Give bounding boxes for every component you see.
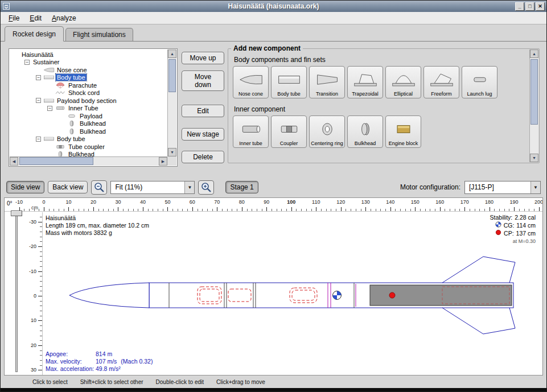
- tree-item-bulkhead[interactable]: Bulkhead: [10, 151, 167, 157]
- add-centering-ring-button[interactable]: Centering ring: [309, 115, 345, 148]
- motor-configuration-select[interactable]: [J115-P] ▼: [464, 181, 541, 194]
- tree-vertical-scrollbar[interactable]: ▲ ▼: [167, 49, 176, 156]
- add-body-tube-button[interactable]: Body tube: [271, 66, 307, 98]
- tree-item-payload-body-section[interactable]: −Payload body section: [10, 97, 167, 105]
- add-panel-scrollbar[interactable]: ▲ ▼: [529, 49, 538, 162]
- menu-edit[interactable]: Edit: [25, 13, 46, 23]
- action-edit-button[interactable]: Edit: [182, 105, 224, 117]
- ruler-label: 180: [485, 199, 493, 205]
- scrollbar-thumb[interactable]: [19, 157, 93, 165]
- add-nose-cone-button[interactable]: Nose cone: [233, 66, 269, 98]
- nose-cone-shape[interactable]: [69, 283, 149, 308]
- ruler-tick: [321, 209, 322, 211]
- scrollbar-thumb[interactable]: [168, 59, 176, 92]
- scroll-up-icon[interactable]: ▲: [530, 49, 538, 58]
- tree-item-label: Bulkhead: [79, 128, 107, 135]
- ruler-tick: [376, 209, 376, 211]
- ruler-tick: [346, 209, 346, 211]
- stage-1-toggle[interactable]: Stage 1: [225, 181, 258, 193]
- cg-symbol: [333, 291, 342, 300]
- action-move-down-button[interactable]: Move down: [182, 71, 224, 91]
- fin-lower-shape[interactable]: [442, 308, 515, 334]
- rotation-slider-thumb[interactable]: [11, 211, 22, 216]
- ruler-tick: [306, 209, 307, 211]
- component-tree-panel: Haisunäätä−SustainerNose cone−Body tubeP…: [9, 48, 178, 167]
- tree-expander-icon[interactable]: −: [36, 137, 41, 142]
- ruler-tick: [336, 209, 336, 211]
- tree-item-label: Body tube: [56, 74, 87, 81]
- rotation-slider[interactable]: [9, 211, 24, 373]
- menu-analyze[interactable]: Analyze: [47, 13, 81, 23]
- tree-item-sustainer[interactable]: −Sustainer: [10, 59, 167, 67]
- ruler-tick: [40, 311, 42, 311]
- rocket-view[interactable]: 0° -100102030405060708090100110120130140…: [4, 197, 543, 376]
- scroll-right-icon[interactable]: ▶: [159, 157, 167, 166]
- tree-item-bulkhead[interactable]: Bulkhead: [10, 127, 167, 135]
- component-button-label: Transition: [316, 92, 338, 97]
- add-coupler-button[interactable]: Coupler: [271, 115, 307, 148]
- tree-item-body-tube[interactable]: −Body tube: [10, 74, 167, 82]
- tree-item-inner-tube[interactable]: −Inner Tube: [10, 105, 167, 113]
- component-button-label: Launch lug: [467, 92, 492, 97]
- tree-horizontal-scrollbar[interactable]: ◀ ▶: [10, 156, 167, 166]
- window-menu-icon[interactable]: [2, 2, 10, 10]
- scrollbar-corner: [167, 156, 176, 166]
- ruler-tick: [420, 209, 421, 211]
- tree-expander-icon[interactable]: −: [36, 98, 41, 103]
- zoom-level-select[interactable]: Fit (11%) ▼: [110, 181, 195, 194]
- chevron-down-icon: ▼: [184, 181, 194, 193]
- ruler-label: 0: [34, 293, 36, 299]
- scroll-down-icon[interactable]: ▼: [168, 148, 176, 156]
- action-new-stage-button[interactable]: New stage: [182, 128, 224, 141]
- fin-upper-shape[interactable]: [442, 257, 515, 283]
- add-launch-lug-button[interactable]: Launch lug: [462, 66, 497, 98]
- ruler-tick: [390, 207, 391, 211]
- ruler-tick: [54, 209, 54, 211]
- menu-file[interactable]: File: [4, 13, 24, 23]
- ruler-tick: [40, 340, 42, 341]
- zoom-out-button[interactable]: [91, 180, 107, 195]
- tree-expander-icon[interactable]: −: [36, 75, 41, 80]
- tree-item-body-tube[interactable]: −Body tube: [10, 135, 167, 143]
- add-component-panel: Add new component Body components and fi…: [228, 48, 540, 163]
- tree-expander-icon[interactable]: −: [47, 106, 52, 111]
- tree-item-bulkhead[interactable]: Bulkhead: [10, 120, 167, 128]
- title-bar[interactable]: Haisunäätä (haisunaata.ork) _ □ ✕: [1, 1, 546, 12]
- scrollbar-thumb[interactable]: [530, 59, 538, 125]
- action-delete-button[interactable]: Delete: [182, 151, 224, 163]
- ruler-tick: [430, 209, 430, 211]
- tree-expander-icon[interactable]: −: [24, 60, 30, 65]
- tree-item-tube-coupler[interactable]: Tube coupler: [10, 143, 167, 151]
- maximize-button[interactable]: □: [525, 2, 534, 11]
- zoom-in-button[interactable]: [198, 180, 214, 195]
- tree-item-haisun-t[interactable]: Haisunäätä: [10, 51, 167, 59]
- action-move-up-button[interactable]: Move up: [182, 52, 224, 64]
- tree-item-shock-cord[interactable]: Shock cord: [10, 89, 167, 97]
- tab-flight-simulations[interactable]: Flight simulations: [65, 28, 133, 41]
- ruler-tick: [395, 209, 396, 211]
- scroll-up-icon[interactable]: ▲: [168, 49, 176, 58]
- add-inner-tube-button[interactable]: Inner tube: [233, 115, 269, 148]
- add-trapezoidal-button[interactable]: Trapezoidal: [347, 66, 383, 98]
- ruler-tick: [484, 209, 485, 211]
- close-button[interactable]: ✕: [536, 2, 545, 11]
- ruler-label: 50: [164, 199, 170, 205]
- add-transition-button[interactable]: Transition: [309, 66, 345, 98]
- tree-item-payload[interactable]: Payload: [10, 112, 167, 120]
- side-view-button[interactable]: Side view: [6, 181, 44, 193]
- ruler-tick: [217, 207, 217, 211]
- minimize-button[interactable]: _: [515, 2, 524, 11]
- add-elliptical-button[interactable]: Elliptical: [385, 66, 421, 98]
- scroll-left-icon[interactable]: ◀: [10, 157, 18, 166]
- back-view-button[interactable]: Back view: [48, 181, 88, 193]
- add-bulkhead-button[interactable]: Bulkhead: [347, 115, 383, 148]
- tree-item-parachute[interactable]: Parachute: [10, 81, 167, 89]
- scroll-down-icon[interactable]: ▼: [530, 154, 538, 162]
- rocket-name: Haisunäätä: [46, 214, 149, 222]
- add-freeform-button[interactable]: Freeform: [423, 66, 459, 98]
- ruler-tick: [163, 209, 163, 211]
- tree-item-label: Body tube: [56, 135, 87, 142]
- tab-rocket-design[interactable]: Rocket design: [5, 26, 64, 42]
- tree-item-nose-cone[interactable]: Nose cone: [10, 66, 167, 74]
- add-engine-block-button[interactable]: Engine block: [385, 115, 421, 148]
